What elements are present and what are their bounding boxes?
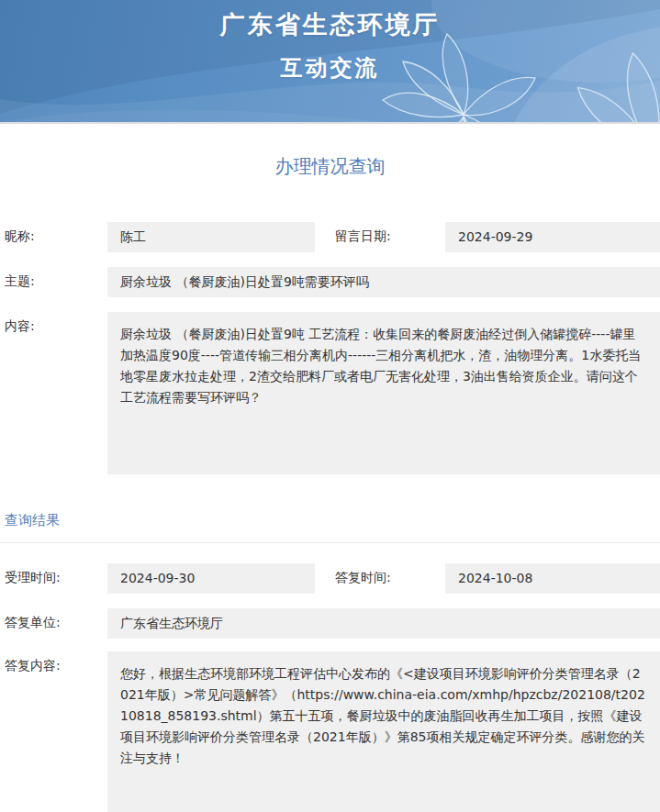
subject-field[interactable]: 厨余垃圾 （餐厨废油)日处置9吨需要环评吗 <box>107 267 660 297</box>
site-subtitle: 互动交流 <box>0 53 660 83</box>
page-banner: 广东省生态环境厅 互动交流 <box>0 0 660 124</box>
accept-time-label: 受理时间: <box>0 563 107 586</box>
accept-time-field[interactable]: 2024-09-30 <box>107 563 315 594</box>
query-result-page: 办理情况查询 昵称: 陈工 留言日期: 2024-09-29 主题: 厨余垃圾 … <box>0 154 660 812</box>
site-title: 广东省生态环境厅 <box>0 0 660 41</box>
nickname-label: 昵称: <box>0 222 107 245</box>
message-date-field[interactable]: 2024-09-29 <box>445 222 660 252</box>
reply-content-label: 答复内容: <box>0 651 107 674</box>
row-reply-unit: 答复单位: 广东省生态环境厅 <box>0 608 660 639</box>
message-date-label: 留言日期: <box>335 222 445 245</box>
reply-unit-label: 答复单位: <box>0 608 107 631</box>
row-accept-reply-time: 受理时间: 2024-09-30 答复时间: 2024-10-08 <box>0 563 660 594</box>
reply-time-label: 答复时间: <box>335 563 445 586</box>
reply-unit-field[interactable]: 广东省生态环境厅 <box>107 608 660 639</box>
content-field[interactable]: 厨余垃圾 （餐厨废油)日处置9吨 工艺流程：收集回来的餐厨废油经过倒入储罐搅碎-… <box>107 312 660 474</box>
subject-label: 主题: <box>0 267 107 290</box>
nickname-field[interactable]: 陈工 <box>107 222 315 252</box>
row-reply-content: 答复内容: 您好，根据生态环境部环境工程评估中心发布的《<建设项目环境影响评价分… <box>0 651 660 812</box>
row-nickname-date: 昵称: 陈工 留言日期: 2024-09-29 <box>0 222 660 252</box>
page-title: 办理情况查询 <box>0 154 660 179</box>
reply-content-field[interactable]: 您好，根据生态环境部环境工程评估中心发布的《<建设项目环境影响评价分类管理名录（… <box>107 651 660 812</box>
query-result-heading: 查询结果 <box>0 512 660 543</box>
row-content: 内容: 厨余垃圾 （餐厨废油)日处置9吨 工艺流程：收集回来的餐厨废油经过倒入储… <box>0 312 660 474</box>
reply-time-field[interactable]: 2024-10-08 <box>445 563 660 594</box>
content-label: 内容: <box>0 312 107 335</box>
row-subject: 主题: 厨余垃圾 （餐厨废油)日处置9吨需要环评吗 <box>0 267 660 297</box>
